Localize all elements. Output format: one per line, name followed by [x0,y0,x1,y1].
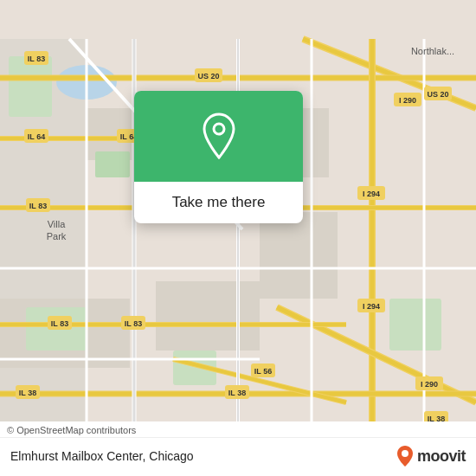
svg-text:IL 83: IL 83 [51,319,68,328]
location-name: Elmhurst Mailbox Center, Chicago [10,449,194,463]
svg-text:Northlak...: Northlak... [411,46,454,56]
svg-text:Villa: Villa [48,219,66,229]
svg-text:IL 38: IL 38 [228,389,246,397]
svg-text:Park: Park [47,231,67,241]
svg-point-78 [214,124,224,134]
svg-text:I 290: I 290 [421,380,438,389]
svg-text:IL 83: IL 83 [125,319,142,328]
svg-rect-9 [95,151,130,177]
moovit-pin-icon [396,445,415,467]
moovit-logo: moovit [396,445,466,467]
svg-text:I 294: I 294 [363,190,380,198]
svg-rect-8 [9,56,52,117]
location-pin-icon [198,113,240,161]
osm-credit-text: © OpenStreetMap contributors [0,422,143,437]
svg-text:IL 83: IL 83 [29,202,47,210]
svg-text:I 294: I 294 [363,302,380,311]
svg-point-79 [402,450,408,457]
svg-rect-3 [156,281,260,351]
map-container: US 20 US 20 I 290 I 294 I 294 I 290 IL 8… [0,0,476,476]
map-svg: US 20 US 20 I 290 I 294 I 294 I 290 IL 8… [0,0,476,476]
svg-rect-11 [389,299,441,351]
svg-text:I 290: I 290 [399,96,416,105]
svg-text:IL 38: IL 38 [19,389,36,397]
moovit-text: moovit [417,447,466,466]
svg-text:IL 83: IL 83 [28,55,45,63]
popup-header [134,91,303,182]
svg-text:US 20: US 20 [197,72,219,80]
svg-text:US 20: US 20 [427,90,448,99]
location-popup: Take me there [134,91,303,223]
location-row: Elmhurst Mailbox Center, Chicago moovit [0,437,476,476]
osm-credit: © OpenStreetMap contributors [0,421,476,437]
svg-text:IL 56: IL 56 [254,367,272,376]
svg-text:IL 64: IL 64 [28,132,45,141]
bottom-bar: © OpenStreetMap contributors Elmhurst Ma… [0,421,476,476]
svg-rect-4 [260,212,338,299]
take-me-there-button[interactable]: Take me there [134,182,303,223]
